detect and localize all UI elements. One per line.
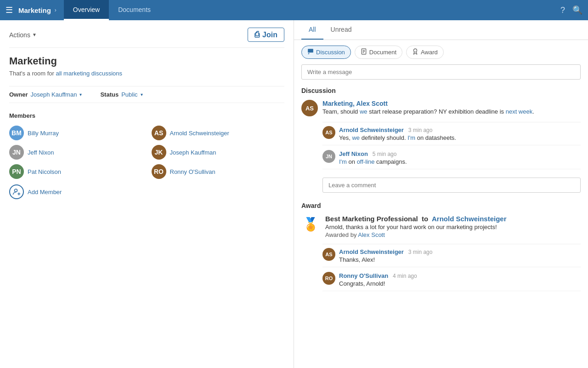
comment-text: Thanks, Alex!	[339, 256, 581, 263]
comment-author[interactable]: Ronny O'Sullivan	[339, 272, 388, 279]
join-icon: ⎙	[254, 30, 260, 40]
add-member-icon	[9, 184, 24, 199]
svg-point-0	[15, 189, 17, 192]
member-name: Pat Nicolson	[28, 168, 61, 175]
award-desc: Arnold, thanks a lot for your hard work …	[325, 224, 581, 230]
left-panel: Actions ▼ ⎙ Join Marketing That's a room…	[0, 20, 294, 368]
owner-meta: Owner Joseph Kauffman ▾	[9, 91, 82, 98]
comment-avatar: AS	[322, 126, 335, 139]
comment-text: Yes, we definitely should. I'm on datash…	[339, 134, 581, 141]
member-item[interactable]: RO Ronny O'Sullivan	[152, 164, 285, 179]
document-icon	[361, 48, 367, 56]
filter-discussion-label: Discussion	[316, 49, 345, 56]
tab-documents[interactable]: Documents	[109, 0, 160, 20]
member-item[interactable]: JK Joseph Kauffman	[152, 145, 285, 160]
hamburger-icon[interactable]: ☰	[6, 5, 13, 15]
comment-body: Arnold Schweinsteiger 3 min ago Thanks, …	[339, 248, 581, 263]
comment-avatar: JN	[322, 150, 335, 163]
comment-avatar: AS	[322, 248, 335, 261]
filter-discussion[interactable]: Discussion	[301, 46, 351, 59]
comment-author[interactable]: Jeff Nixon	[339, 150, 368, 157]
post-author[interactable]: Marketing, Alex Scott	[322, 100, 581, 107]
member-name: Joseph Kauffman	[170, 149, 216, 156]
comment-author[interactable]: Arnold Schweinsteiger	[339, 126, 404, 133]
filter-document-label: Document	[369, 49, 396, 56]
right-tabs: All Unread	[294, 20, 588, 40]
main-layout: Actions ▼ ⎙ Join Marketing That's a room…	[0, 20, 588, 368]
right-panel: All Unread Discussion Document	[294, 20, 588, 368]
owner-label: Owner	[9, 91, 28, 98]
nav-tabs: Overview Documents	[64, 0, 160, 20]
join-label: Join	[262, 31, 277, 39]
award-badge-icon: 🏅	[303, 217, 319, 232]
discussion-icon	[307, 48, 314, 56]
comment-time: 5 min ago	[373, 151, 397, 157]
discussion-post: AS Marketing, Alex Scott Team, should we…	[301, 100, 581, 116]
comment-item: AS Arnold Schweinsteiger 3 min ago Yes, …	[322, 126, 581, 145]
room-desc: That's a room for all marketing discussi…	[9, 70, 284, 77]
member-name: Ronny O'Sullivan	[170, 168, 215, 175]
comment-time: 3 min ago	[408, 127, 433, 133]
award-post: 🏅 Best Marketing Professional to Arnold …	[301, 215, 581, 238]
members-section: Members BM Billy Murray AS Arnold Schwei…	[9, 112, 284, 199]
svg-point-9	[414, 49, 417, 52]
add-member-button[interactable]: Add Member	[9, 184, 142, 199]
comment-author[interactable]: Arnold Schweinsteiger	[339, 248, 404, 255]
member-name: Billy Murray	[28, 130, 59, 137]
search-icon[interactable]: 🔍	[572, 5, 582, 15]
add-member-label: Add Member	[28, 189, 62, 196]
avatar: JN	[9, 145, 24, 160]
comment-body: Ronny O'Sullivan 4 min ago Congrats, Arn…	[339, 272, 581, 287]
room-desc-link[interactable]: all marketing discussions	[56, 70, 122, 77]
tab-unread[interactable]: Unread	[323, 20, 359, 40]
join-button[interactable]: ⎙ Join	[248, 28, 284, 42]
owner-dropdown-arrow[interactable]: ▾	[79, 92, 82, 97]
avatar: JK	[152, 145, 166, 160]
status-meta: Status Public ▾	[100, 91, 142, 98]
tab-overview[interactable]: Overview	[64, 0, 109, 20]
filter-award[interactable]: Award	[406, 46, 444, 59]
member-name: Jeff Nixon	[28, 149, 54, 156]
comment-time: 4 min ago	[393, 273, 417, 279]
meta-row: Owner Joseph Kauffman ▾ Status Public ▾	[9, 86, 284, 103]
comment-text: I'm on off-line campaigns.	[339, 158, 581, 165]
breadcrumb-chevron: ›	[55, 7, 57, 13]
filter-document[interactable]: Document	[355, 46, 402, 59]
top-nav: ☰ Marketing › Overview Documents ? 🔍	[0, 0, 588, 20]
status-value[interactable]: Public	[121, 91, 137, 98]
status-dropdown-arrow[interactable]: ▾	[141, 92, 143, 97]
member-item[interactable]: BM Billy Murray	[9, 126, 142, 140]
award-recipient[interactable]: Arnold Schweinsteiger	[432, 215, 507, 223]
owner-name[interactable]: Joseph Kauffman	[30, 91, 77, 98]
svg-marker-4	[308, 52, 309, 54]
member-item[interactable]: AS Arnold Schweinsteiger	[152, 126, 285, 140]
help-icon[interactable]: ?	[560, 6, 565, 15]
award-section-title: Award	[301, 202, 581, 209]
award-body: Best Marketing Professional to Arnold Sc…	[325, 215, 581, 238]
member-item[interactable]: JN Jeff Nixon	[9, 145, 142, 160]
member-name: Arnold Schweinsteiger	[170, 130, 229, 137]
leave-comment-input[interactable]	[322, 178, 581, 193]
discussion-section-title: Discussion	[301, 87, 581, 94]
member-item[interactable]: PN Pat Nicolson	[9, 164, 142, 179]
avatar: AS	[152, 126, 166, 140]
tab-all[interactable]: All	[301, 20, 323, 40]
award-comment-item: RO Ronny O'Sullivan 4 min ago Congrats, …	[322, 272, 581, 291]
message-input[interactable]	[301, 64, 581, 80]
members-label: Members	[9, 112, 284, 119]
actions-label: Actions	[9, 31, 30, 39]
actions-bar: Actions ▼ ⎙ Join	[9, 28, 284, 48]
comment-body: Jeff Nixon 5 min ago I'm on off-line cam…	[339, 150, 581, 165]
comment-item: JN Jeff Nixon 5 min ago I'm on off-line …	[322, 150, 581, 169]
award-by-link[interactable]: Alex Scott	[358, 231, 385, 238]
post-body: Marketing, Alex Scott Team, should we st…	[322, 100, 581, 116]
filter-award-label: Award	[421, 49, 438, 56]
members-grid: BM Billy Murray AS Arnold Schweinsteiger…	[9, 126, 284, 199]
award-icon-wrap: 🏅	[301, 215, 320, 233]
app-name: Marketing	[18, 6, 51, 14]
comment-text: Congrats, Arnold!	[339, 280, 581, 287]
post-avatar: AS	[301, 100, 318, 116]
right-content: Discussion Document Award Dis	[294, 40, 588, 368]
actions-button[interactable]: Actions ▼	[9, 31, 37, 39]
room-title: Marketing	[9, 55, 284, 67]
